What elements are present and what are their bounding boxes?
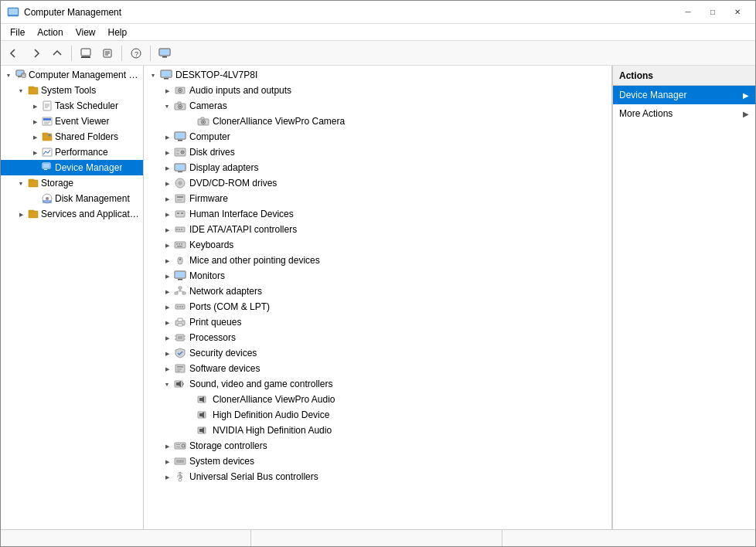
menu-action[interactable]: Action: [31, 25, 69, 39]
dev-node-display[interactable]: Display adapters: [144, 160, 611, 175]
dev-node-dvd[interactable]: DVD/CD-ROM drives: [144, 175, 611, 191]
window-icon: [7, 6, 19, 19]
dev-node-nvidia-audio[interactable]: NVIDIA High Definition Audio: [144, 423, 611, 438]
dev-label-nvidia-audio: NVIDIA High Definition Audio: [213, 425, 332, 436]
maximize-button[interactable]: □: [701, 5, 724, 20]
dev-node-desktop[interactable]: DESKTOP-4LV7P8I: [144, 67, 611, 83]
left-label-computer-management: Computer Management (Local: [29, 70, 140, 80]
main-content: Computer Management (Local System Tools: [1, 66, 755, 529]
dev-node-hd-audio[interactable]: High Definition Audio Device: [144, 407, 611, 423]
dev-node-print[interactable]: Print queues: [144, 314, 611, 330]
toolbar-help[interactable]: ?: [126, 43, 146, 63]
chevron-right-icon-storage-ctrl: [161, 443, 173, 450]
left-node-performance[interactable]: Performance: [1, 144, 143, 160]
svg-point-39: [46, 197, 49, 200]
toolbar-forward[interactable]: [26, 43, 46, 63]
svg-rect-42: [29, 210, 34, 212]
menu-help[interactable]: Help: [102, 25, 134, 39]
svg-rect-133: [181, 477, 182, 478]
left-node-shared-folders[interactable]: Shared Folders: [1, 129, 143, 144]
dev-node-disk-drives[interactable]: Disk drives: [144, 144, 611, 160]
dev-node-cloner-cam[interactable]: ClonerAlliance ViewPro Camera: [144, 114, 611, 129]
left-node-event-viewer[interactable]: Event Viewer: [1, 114, 143, 129]
menu-file[interactable]: File: [4, 25, 31, 39]
dev-node-security[interactable]: Security devices: [144, 345, 611, 361]
toolbar-properties[interactable]: [97, 43, 117, 63]
dev-node-monitors[interactable]: Monitors: [144, 268, 611, 284]
dev-node-ports[interactable]: Ports (COM & LPT): [144, 299, 611, 314]
dev-node-storage-ctrl[interactable]: Storage controllers: [144, 438, 611, 454]
dev-node-audio[interactable]: Audio inputs and outputs: [144, 83, 611, 98]
dev-node-cameras[interactable]: Cameras: [144, 98, 611, 114]
menu-view[interactable]: View: [70, 25, 102, 39]
dev-node-computer[interactable]: Computer: [144, 129, 611, 144]
chevron-right-icon-services: [15, 211, 27, 218]
svg-rect-41: [29, 211, 38, 218]
dev-label-security: Security devices: [189, 348, 257, 358]
disk-drives-icon: [173, 147, 187, 158]
left-node-system-tools[interactable]: System Tools: [1, 83, 143, 98]
chevron-down-icon-desktop: [147, 72, 159, 79]
left-label-device-manager: Device Manager: [55, 162, 122, 173]
action-device-manager-arrow: ▶: [743, 91, 749, 100]
svg-rect-73: [177, 199, 182, 201]
svg-rect-81: [175, 242, 186, 248]
left-node-disk-management[interactable]: Disk Management: [1, 191, 143, 206]
toolbar-separator-1: [71, 46, 72, 61]
chevron-right-icon-computer: [161, 134, 173, 141]
chevron-right-icon-audio: [161, 87, 173, 94]
left-node-services[interactable]: Services and Applications: [1, 206, 143, 222]
dev-node-network[interactable]: Network adapters: [144, 284, 611, 299]
actions-header: Actions: [613, 66, 755, 86]
dev-node-sound[interactable]: Sound, video and game controllers: [144, 376, 611, 392]
dev-label-print: Print queues: [189, 317, 241, 328]
dev-node-mice[interactable]: Mice and other pointing devices: [144, 253, 611, 268]
chevron-right-icon-sysdev: [161, 458, 173, 465]
svg-rect-34: [43, 164, 49, 168]
chevron-down-icon: [2, 72, 15, 79]
dev-node-ide[interactable]: IDE ATA/ATAPI controllers: [144, 222, 611, 237]
toolbar-computer[interactable]: [155, 43, 175, 63]
svg-point-100: [179, 306, 181, 307]
close-button[interactable]: ✕: [726, 5, 749, 20]
dev-node-firmware[interactable]: Firmware: [144, 191, 611, 206]
left-node-storage[interactable]: Storage: [1, 175, 143, 191]
dev-node-system-dev[interactable]: System devices: [144, 454, 611, 469]
svg-rect-82: [176, 243, 178, 245]
left-node-task-scheduler[interactable]: Task Scheduler: [1, 98, 143, 114]
toolbar-show-hide[interactable]: [76, 43, 96, 63]
toolbar-separator-2: [121, 46, 122, 61]
left-node-computer-management[interactable]: Computer Management (Local: [1, 67, 143, 83]
dev-node-hid[interactable]: Human Interface Devices: [144, 206, 611, 222]
svg-rect-85: [177, 246, 182, 247]
chevron-right-icon-processors: [161, 335, 173, 341]
toolbar-back[interactable]: [4, 43, 24, 63]
action-device-manager[interactable]: Device Manager ▶: [613, 86, 755, 104]
action-more-actions[interactable]: More Actions ▶: [613, 104, 755, 123]
status-pane-1: [4, 530, 251, 546]
dev-label-network: Network adapters: [189, 286, 262, 297]
dev-node-usb[interactable]: Universal Serial Bus controllers: [144, 469, 611, 484]
chevron-right-icon-firmware: [161, 195, 173, 202]
dev-node-processors[interactable]: Processors: [144, 330, 611, 345]
minimize-button[interactable]: ─: [676, 5, 700, 20]
left-node-device-manager[interactable]: Device Manager: [1, 160, 143, 175]
status-bar: [1, 529, 755, 546]
svg-rect-128: [176, 460, 184, 463]
dev-node-software[interactable]: Software devices: [144, 361, 611, 376]
svg-point-48: [179, 90, 181, 91]
svg-rect-67: [178, 172, 182, 172]
dev-node-cloner-audio[interactable]: ClonerAlliance ViewPro Audio: [144, 392, 611, 407]
svg-rect-40: [43, 200, 52, 203]
svg-rect-103: [178, 318, 182, 321]
display-adapters-icon: [173, 162, 187, 173]
chevron-right-icon-print: [161, 319, 173, 326]
dev-node-keyboards[interactable]: Keyboards: [144, 237, 611, 253]
svg-rect-106: [178, 336, 182, 339]
svg-rect-20: [29, 87, 34, 88]
desktop-icon: [159, 70, 173, 80]
dev-label-monitors: Monitors: [189, 270, 225, 281]
toolbar-up[interactable]: [47, 43, 67, 63]
svg-rect-91: [178, 279, 182, 280]
print-queues-icon: [173, 317, 187, 328]
